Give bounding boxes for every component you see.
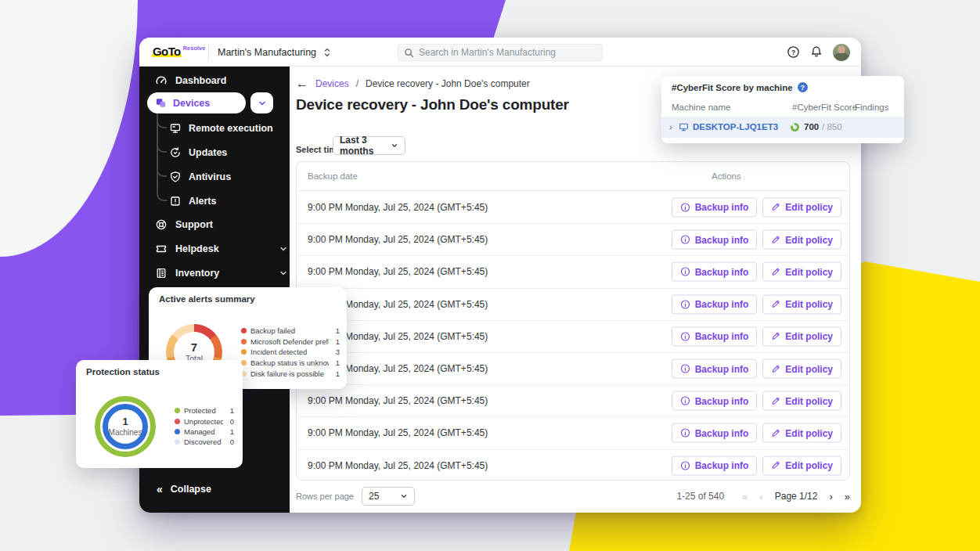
antivirus-icon <box>169 171 182 183</box>
back-arrow-icon[interactable]: ← <box>296 77 308 90</box>
edit-policy-button[interactable]: Edit policy <box>762 262 841 282</box>
org-selector[interactable]: Martin's Manufacturing <box>218 38 332 67</box>
next-page-button[interactable]: › <box>829 492 832 502</box>
select-time-value: Last 3 months <box>340 135 391 157</box>
collapse-icon: « <box>157 483 163 495</box>
edit-policy-button[interactable]: Edit policy <box>762 230 841 250</box>
sidebar-item-updates[interactable]: Updates <box>169 144 227 161</box>
row-actions: Backup info Edit policy <box>672 359 841 379</box>
legend-value: 0 <box>230 438 234 446</box>
edit-policy-button[interactable]: Edit policy <box>762 294 841 314</box>
edit-policy-button[interactable]: Edit policy <box>762 391 841 411</box>
backup-info-button[interactable]: Backup info <box>672 423 758 443</box>
info-icon <box>680 299 690 309</box>
backup-info-button[interactable]: Backup info <box>672 294 758 314</box>
remote-execution-icon <box>169 122 182 135</box>
column-header-actions: Actions <box>712 171 741 181</box>
legend-label: Backup status is unknown <box>250 358 329 367</box>
info-icon <box>680 364 690 374</box>
backup-date-cell: 9:00 PM Monday, Jul 25, 2024 (GMT+5:45) <box>308 395 488 406</box>
backup-info-button[interactable]: Backup info <box>672 456 758 475</box>
protection-total-value: 1 <box>122 416 128 428</box>
user-avatar[interactable] <box>833 44 850 61</box>
last-page-button[interactable]: » <box>845 492 850 502</box>
search-icon <box>404 48 414 58</box>
edit-policy-button[interactable]: Edit policy <box>762 197 841 217</box>
legend-value: 1 <box>336 369 340 378</box>
top-bar: GoToResolve Martin's Manufacturing ? <box>139 38 861 67</box>
column-header-backup-date: Backup date <box>308 171 358 181</box>
dashboard-icon <box>155 74 168 87</box>
edit-policy-button[interactable]: Edit policy <box>762 423 841 443</box>
sidebar-item-inventory[interactable]: Inventory <box>155 265 280 282</box>
backup-info-button[interactable]: Backup info <box>672 197 758 217</box>
sort-chevrons-icon <box>322 47 332 58</box>
search-bar[interactable] <box>398 44 603 61</box>
rows-per-page-select[interactable]: 25 <box>362 487 415 506</box>
legend-dot <box>241 328 247 333</box>
edit-policy-button[interactable]: Edit policy <box>762 326 841 346</box>
select-time-dropdown[interactable]: Last 3 months <box>333 136 405 155</box>
machine-name-link[interactable]: DESKTOP-LJQ1ET3 <box>693 122 778 131</box>
cyberfit-title-row: #CyberFit Score by machine ? <box>672 82 808 92</box>
breadcrumb-link-devices[interactable]: Devices <box>315 78 349 89</box>
expand-chevron-icon[interactable]: › <box>669 122 672 131</box>
backup-table: Backup date Actions 9:00 PM Monday, Jul … <box>296 161 850 481</box>
pencil-icon <box>771 332 780 341</box>
edit-policy-button[interactable]: Edit policy <box>762 359 841 379</box>
legend-value: 1 <box>230 427 234 436</box>
score-gauge-icon <box>791 123 799 131</box>
edit-policy-label: Edit policy <box>785 266 833 277</box>
first-page-button[interactable]: « <box>742 492 748 502</box>
sidebar-item-label: Antivirus <box>189 171 231 182</box>
sidebar-item-label: Inventory <box>175 268 219 279</box>
prev-page-button[interactable]: ‹ <box>759 492 762 502</box>
sidebar-collapse-button[interactable]: « Collapse <box>157 483 211 495</box>
table-row: 9:00 PM Monday, Jul 25, 2024 (GMT+5:45) … <box>297 191 849 223</box>
legend-label: Microsoft Defender prefere... <box>250 337 329 346</box>
backup-info-label: Backup info <box>695 299 749 310</box>
backup-info-button[interactable]: Backup info <box>672 326 758 346</box>
edit-policy-label: Edit policy <box>785 427 833 438</box>
row-actions: Backup info Edit policy <box>672 423 841 443</box>
goto-resolve-logo: GoToResolve <box>152 45 205 59</box>
info-icon <box>680 331 690 341</box>
sidebar-item-helpdesk[interactable]: Helpdesk <box>155 240 280 257</box>
sidebar-item-antivirus[interactable]: Antivirus <box>169 168 231 185</box>
machine-row[interactable]: › DESKTOP-LJQ1ET3 700 / 850 <box>661 117 904 138</box>
info-icon <box>680 267 690 277</box>
row-actions: Backup info Edit policy <box>672 197 841 217</box>
legend-dot <box>175 429 180 434</box>
breadcrumb-current: Device recovery - John Doe's computer <box>366 78 530 89</box>
sidebar-item-support[interactable]: Support <box>155 216 213 233</box>
topbar-divider <box>208 44 209 60</box>
backup-info-button[interactable]: Backup info <box>672 359 758 379</box>
help-badge-icon[interactable]: ? <box>798 82 808 92</box>
pencil-icon <box>771 461 780 470</box>
backup-info-button[interactable]: Backup info <box>672 262 758 282</box>
sidebar-item-alerts[interactable]: Alerts <box>169 193 216 210</box>
helpdesk-icon <box>155 243 168 255</box>
search-input[interactable] <box>419 47 596 58</box>
page-title: Device recovery - John Doe's computer <box>296 96 569 113</box>
sidebar-item-remote-execution[interactable]: Remote execution <box>169 120 273 137</box>
table-row: 9:00 PM Monday, Jul 25, 2024 (GMT+5:45) … <box>297 384 849 416</box>
sidebar-item-devices[interactable]: Devices <box>147 92 246 113</box>
backup-info-button[interactable]: Backup info <box>672 230 758 250</box>
rows-per-page-value: 25 <box>369 491 379 502</box>
sidebar-item-dashboard[interactable]: Dashboard <box>155 72 226 89</box>
help-icon[interactable]: ? <box>787 45 800 59</box>
pencil-icon <box>771 267 780 276</box>
backup-info-button[interactable]: Backup info <box>672 391 758 411</box>
monitor-icon <box>679 122 689 132</box>
devices-collapse-button[interactable] <box>250 92 273 113</box>
bell-icon[interactable] <box>810 45 823 59</box>
edit-policy-label: Edit policy <box>785 202 833 213</box>
edit-policy-button[interactable]: Edit policy <box>762 456 841 475</box>
backup-date-cell: 9:00 PM Monday, Jul 25, 2024 (GMT+5:45) <box>308 460 488 471</box>
legend-value: 1 <box>336 358 340 367</box>
alerts-icon <box>169 195 182 207</box>
legend-item: Backup failed 1 <box>241 326 340 337</box>
table-header: Backup date Actions <box>297 162 849 191</box>
cyberfit-title: #CyberFit Score by machine <box>672 83 793 92</box>
